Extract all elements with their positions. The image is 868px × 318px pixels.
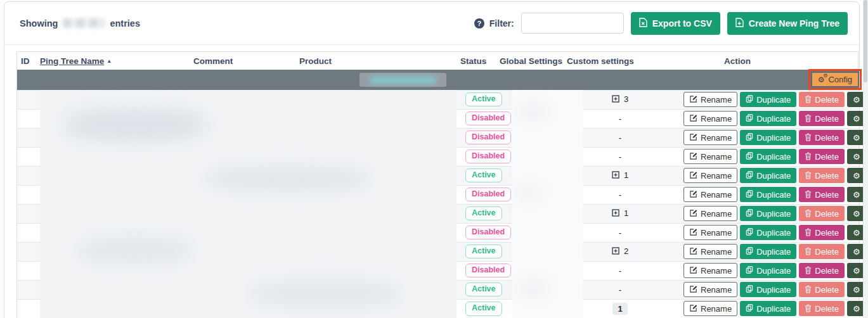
expand-icon[interactable] xyxy=(612,171,619,179)
column-header-global-settings: Global Settings xyxy=(496,52,563,70)
status-badge: Active xyxy=(465,245,502,259)
duplicate-button-label: Duplicate xyxy=(756,191,791,199)
action-cell: RenameDuplicateDelete⚙Edit xyxy=(677,299,859,318)
action-cell: RenameDuplicateDelete⚙Edit xyxy=(677,147,859,166)
duplicate-button[interactable]: Duplicate xyxy=(740,282,796,297)
band-button-redacted[interactable] xyxy=(360,73,446,87)
delete-button[interactable]: Delete xyxy=(799,149,845,164)
delete-button[interactable]: Delete xyxy=(799,244,845,259)
expand-icon[interactable] xyxy=(612,247,619,255)
status-cell: Active xyxy=(454,280,496,299)
delete-button[interactable]: Delete xyxy=(799,187,845,202)
id-cell xyxy=(17,299,36,318)
id-cell xyxy=(17,166,36,185)
id-cell xyxy=(17,223,36,242)
rename-button[interactable]: Rename xyxy=(683,225,737,240)
rename-button[interactable]: Rename xyxy=(683,301,737,316)
filter-input[interactable] xyxy=(521,13,624,34)
column-header-product: Product xyxy=(295,52,454,70)
export-csv-button[interactable]: Export to CSV xyxy=(631,12,720,35)
rename-button[interactable]: Rename xyxy=(683,244,737,259)
rename-button[interactable]: Rename xyxy=(683,111,737,126)
custom-settings-empty: - xyxy=(619,285,621,295)
scrollbar-thumb[interactable] xyxy=(864,0,867,82)
delete-button-label: Delete xyxy=(815,286,839,294)
duplicate-button[interactable]: Duplicate xyxy=(740,301,796,316)
delete-button[interactable]: Delete xyxy=(799,263,845,278)
delete-button[interactable]: Delete xyxy=(799,282,845,297)
custom-settings-count: 3 xyxy=(624,94,628,104)
delete-button[interactable]: Delete xyxy=(799,225,845,240)
delete-button[interactable]: Delete xyxy=(799,206,845,221)
rename-button[interactable]: Rename xyxy=(683,149,737,164)
delete-button-label: Delete xyxy=(815,267,839,275)
pencil-square-icon xyxy=(689,209,697,219)
delete-button[interactable]: Delete xyxy=(799,92,845,107)
duplicate-button-label: Duplicate xyxy=(756,96,791,104)
rename-button[interactable]: Rename xyxy=(683,168,737,183)
expand-icon[interactable] xyxy=(612,95,619,103)
custom-settings-count: 1 xyxy=(612,303,627,315)
rename-button[interactable]: Rename xyxy=(683,282,737,297)
column-header-ping-tree-name[interactable]: Ping Tree Name▲ xyxy=(36,52,190,70)
delete-button[interactable]: Delete xyxy=(799,111,845,126)
duplicate-button[interactable]: Duplicate xyxy=(740,206,796,221)
delete-button[interactable]: Delete xyxy=(799,301,845,316)
file-x-icon xyxy=(639,18,647,29)
status-badge: Disabled xyxy=(465,264,511,278)
action-cell: RenameDuplicateDelete⚙Edit xyxy=(677,185,859,204)
action-cell: RenameDuplicateDelete⚙Edit xyxy=(677,242,859,261)
delete-button-label: Delete xyxy=(815,172,839,180)
file-plus-icon xyxy=(735,18,744,29)
status-badge: Active xyxy=(465,207,502,221)
duplicate-button[interactable]: Duplicate xyxy=(740,263,796,278)
rename-button[interactable]: Rename xyxy=(683,187,737,202)
page-scrollbar[interactable] xyxy=(863,0,868,318)
status-badge: Active xyxy=(465,302,502,316)
duplicate-button-label: Duplicate xyxy=(756,229,791,237)
expand-icon[interactable] xyxy=(612,209,619,217)
status-cell: Active xyxy=(454,242,496,261)
duplicate-button[interactable]: Duplicate xyxy=(740,111,796,126)
pencil-square-icon xyxy=(689,247,697,257)
rename-button-label: Rename xyxy=(701,115,732,123)
pencil-square-icon xyxy=(689,133,697,143)
rename-button[interactable]: Rename xyxy=(683,263,737,278)
create-ping-tree-button[interactable]: Create New Ping Tree xyxy=(727,12,848,35)
column-header-id: ID xyxy=(17,52,36,70)
copy-icon xyxy=(746,114,753,123)
delete-button-label: Delete xyxy=(815,210,839,218)
entries-summary: Showing entries xyxy=(20,18,140,29)
action-cell: RenameDuplicateDelete⚙Edit xyxy=(677,204,859,223)
delete-button-label: Delete xyxy=(815,229,839,237)
gear-icon: ⚙ xyxy=(853,153,860,161)
id-cell xyxy=(17,185,36,204)
rename-button[interactable]: Rename xyxy=(683,206,737,221)
gear-icon: ⚙ xyxy=(853,286,860,294)
config-button[interactable]: ⚙⚙ Config xyxy=(811,72,859,87)
duplicate-button[interactable]: Duplicate xyxy=(740,92,796,107)
entries-count-redacted xyxy=(63,18,105,28)
status-badge: Active xyxy=(465,169,502,183)
help-icon[interactable]: ? xyxy=(474,18,484,29)
duplicate-button[interactable]: Duplicate xyxy=(740,149,796,164)
duplicate-button[interactable]: Duplicate xyxy=(740,168,796,183)
duplicate-button[interactable]: Duplicate xyxy=(740,187,796,202)
copy-icon xyxy=(746,133,753,142)
custom-settings-count: 2 xyxy=(624,246,628,256)
delete-button[interactable]: Delete xyxy=(799,168,845,183)
delete-button[interactable]: Delete xyxy=(799,130,845,145)
duplicate-button[interactable]: Duplicate xyxy=(740,225,796,240)
duplicate-button[interactable]: Duplicate xyxy=(740,130,796,145)
trash-icon xyxy=(805,247,812,257)
duplicate-button[interactable]: Duplicate xyxy=(740,244,796,259)
status-badge: Disabled xyxy=(465,149,511,164)
status-cell: Disabled xyxy=(454,128,496,147)
rename-button[interactable]: Rename xyxy=(683,92,737,107)
status-badge: Disabled xyxy=(465,130,511,145)
rename-button-label: Rename xyxy=(701,191,732,199)
pencil-square-icon xyxy=(689,190,697,200)
status-badge: Disabled xyxy=(465,226,511,240)
trash-icon xyxy=(805,304,812,314)
rename-button[interactable]: Rename xyxy=(683,130,737,145)
